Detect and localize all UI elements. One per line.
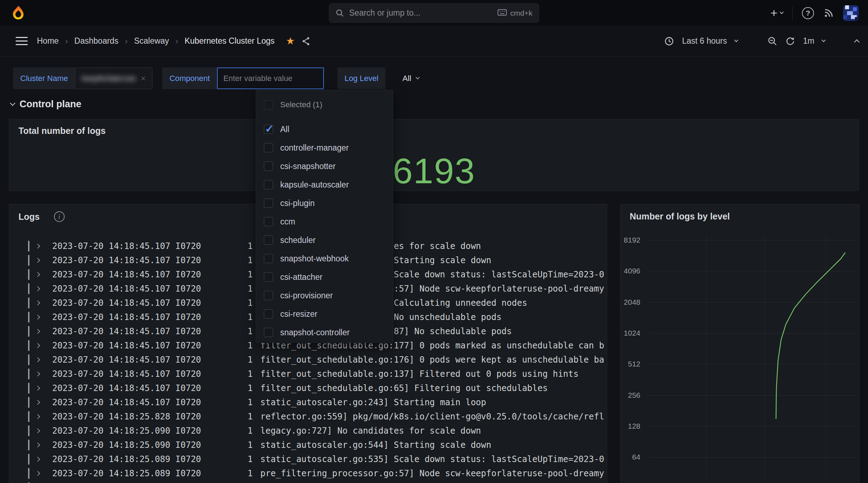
- checkbox-icon: [264, 328, 273, 337]
- grafana-logo-icon[interactable]: [11, 5, 26, 20]
- checkbox-icon: [264, 309, 273, 319]
- dashboard-variables-row: Cluster Name keepforlateruse × Component…: [13, 67, 425, 89]
- panel-title[interactable]: Logs: [18, 212, 40, 222]
- news-rss-icon[interactable]: [823, 8, 834, 18]
- checkbox-icon: [264, 143, 273, 152]
- log-timestamp: 2023-07-20 14:18:45.107 I0720: [52, 255, 248, 265]
- dropdown-option-All[interactable]: All: [256, 120, 393, 139]
- log-thread: 1: [248, 383, 253, 393]
- log-row[interactable]: 2023-07-20 14:18:45.107 I07201static_aut…: [9, 395, 607, 409]
- expand-caret-icon[interactable]: [35, 443, 40, 447]
- log-row[interactable]: 2023-07-20 14:18:25.090 I07201legacy.go:…: [9, 424, 607, 438]
- remove-tag-icon[interactable]: ×: [141, 74, 146, 83]
- expand-caret-icon[interactable]: [35, 258, 40, 263]
- cluster-name-label: Cluster Name: [13, 67, 75, 89]
- expand-caret-icon[interactable]: [35, 371, 40, 376]
- section-control-plane[interactable]: Control plane: [11, 99, 81, 110]
- info-icon[interactable]: i: [54, 211, 65, 222]
- dropdown-selected-header: Selected (1): [256, 94, 393, 115]
- expand-caret-icon[interactable]: [35, 414, 40, 419]
- clock-icon: [664, 36, 674, 46]
- expand-caret-icon[interactable]: [35, 386, 40, 391]
- global-search-box[interactable]: cmd+k: [329, 3, 539, 23]
- breadcrumb-scaleway[interactable]: Scaleway: [134, 36, 169, 46]
- share-icon[interactable]: [301, 36, 311, 46]
- dropdown-option-kapsule-autoscaler[interactable]: kapsule-autoscaler: [256, 175, 393, 194]
- dashboard-toolbar: Last 6 hours 1m: [664, 36, 859, 46]
- breadcrumb-dashboards[interactable]: Dashboards: [74, 36, 118, 46]
- expand-caret-icon[interactable]: [35, 400, 40, 405]
- chevron-down-icon[interactable]: [821, 38, 825, 42]
- log-thread: 1: [248, 397, 253, 407]
- log-thread: 1: [248, 284, 253, 294]
- log-message: static_autoscaler.go:535] Scale down sta…: [260, 454, 607, 464]
- collapse-toolbar-icon[interactable]: [854, 39, 860, 45]
- log-thread: 1: [248, 298, 253, 308]
- panel-title[interactable]: Total number of logs: [18, 126, 105, 136]
- log-row[interactable]: 2023-07-20 14:18:25.828 I07201reflector.…: [9, 409, 607, 424]
- log-row[interactable]: 2023-07-20 14:18:45.107 I07201filter_out…: [9, 367, 607, 381]
- expand-caret-icon[interactable]: [35, 300, 40, 305]
- add-new-button[interactable]: +: [770, 6, 783, 20]
- dropdown-option-csi-plugin[interactable]: csi-plugin: [256, 194, 393, 212]
- topbar-actions: + ?: [770, 0, 859, 26]
- log-timestamp: 2023-07-20 14:18:25.089 I0720: [52, 468, 248, 478]
- zoom-out-icon[interactable]: [767, 36, 777, 46]
- refresh-icon[interactable]: [785, 36, 795, 46]
- log-row[interactable]: 2023-07-20 14:18:45.107 I07201filter_out…: [9, 353, 607, 367]
- selected-count-label: Selected (1): [280, 100, 322, 109]
- log-row[interactable]: 2023-07-20 14:18:25.089 I07201static_aut…: [9, 481, 607, 483]
- dropdown-option-snapshot-controller[interactable]: snapshot-controller: [256, 323, 393, 342]
- dropdown-option-csi-attacher[interactable]: csi-attacher: [256, 268, 393, 286]
- dropdown-option-csi-provisioner[interactable]: csi-provisioner: [256, 286, 393, 305]
- option-label: csi-snapshotter: [280, 162, 336, 171]
- expand-caret-icon[interactable]: [35, 428, 40, 433]
- search-icon: [336, 9, 344, 17]
- log-row[interactable]: 2023-07-20 14:18:25.089 I07201static_aut…: [9, 452, 607, 466]
- component-variable-input[interactable]: [217, 67, 324, 89]
- log-message: filter_out_schedulable.go:65] Filtering …: [260, 383, 607, 393]
- v-gridline: [825, 235, 826, 483]
- dropdown-option-csi-snapshotter[interactable]: csi-snapshotter: [256, 157, 393, 175]
- chevron-down-icon[interactable]: [734, 38, 738, 42]
- refresh-interval-picker[interactable]: 1m: [803, 36, 814, 46]
- dropdown-option-snapshot-webhook[interactable]: snapshot-webhook: [256, 249, 393, 268]
- expand-caret-icon[interactable]: [35, 244, 40, 249]
- dropdown-option-ccm[interactable]: ccm: [256, 212, 393, 231]
- breadcrumb-home[interactable]: Home: [37, 36, 59, 46]
- search-input[interactable]: [349, 8, 493, 18]
- expand-caret-icon[interactable]: [35, 315, 40, 320]
- log-timestamp: 2023-07-20 14:18:45.107 I0720: [52, 369, 248, 379]
- shortcut-label: cmd+k: [510, 9, 532, 17]
- expand-caret-icon[interactable]: [35, 272, 40, 277]
- expand-caret-icon[interactable]: [35, 343, 40, 348]
- dropdown-option-scheduler[interactable]: scheduler: [256, 231, 393, 249]
- expand-caret-icon[interactable]: [35, 329, 40, 334]
- log-thread: 1: [248, 412, 253, 422]
- section-title: Control plane: [20, 99, 81, 110]
- option-label: csi-resizer: [280, 309, 318, 319]
- cluster-name-value[interactable]: keepforlateruse ×: [75, 67, 152, 89]
- help-icon[interactable]: ?: [802, 7, 814, 19]
- log-row[interactable]: 2023-07-20 14:18:25.089 I07201pre_filter…: [9, 466, 607, 481]
- log-row[interactable]: 2023-07-20 14:18:45.107 I07201filter_out…: [9, 381, 607, 395]
- breadcrumb-separator: ›: [175, 36, 178, 46]
- expand-caret-icon[interactable]: [35, 471, 40, 476]
- user-avatar[interactable]: [843, 5, 859, 21]
- dropdown-option-controller-manager[interactable]: controller-manager: [256, 139, 393, 157]
- menu-toggle-icon[interactable]: [16, 37, 28, 48]
- option-label: ccm: [280, 217, 295, 227]
- expand-caret-icon[interactable]: [35, 286, 40, 291]
- log-thread: 1: [248, 369, 253, 379]
- log-row[interactable]: 2023-07-20 14:18:25.090 I07201static_aut…: [9, 438, 607, 452]
- time-range-picker[interactable]: Last 6 hours: [682, 36, 727, 46]
- panel-title[interactable]: Number of logs by level: [630, 211, 730, 222]
- log-timestamp: 2023-07-20 14:18:25.828 I0720: [52, 412, 248, 422]
- expand-caret-icon[interactable]: [35, 457, 40, 462]
- favorite-star-icon[interactable]: ★: [286, 35, 295, 47]
- expand-caret-icon[interactable]: [35, 357, 40, 362]
- dropdown-option-csi-resizer[interactable]: csi-resizer: [256, 305, 393, 323]
- plot-area[interactable]: 819240962048102451225612864: [623, 235, 856, 483]
- option-label: snapshot-controller: [280, 328, 350, 337]
- log-level-select[interactable]: All: [396, 67, 425, 89]
